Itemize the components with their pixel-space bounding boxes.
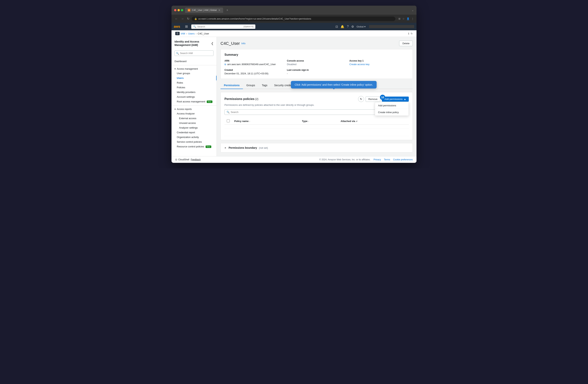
sidebar-item-root-access[interactable]: Root access management New — [171, 99, 216, 104]
breadcrumb-action-icons: ℹ ↻ — [408, 32, 413, 35]
info-link[interactable]: Info — [241, 42, 246, 45]
maximize-button[interactable] — [181, 9, 183, 11]
sidebar-item-rcp[interactable]: Resource control policies New — [171, 144, 216, 149]
translate-icon: ⊞ — [399, 17, 400, 20]
col-checkbox-header — [225, 118, 232, 125]
access-reports-arrow: ▾ — [174, 108, 176, 111]
tab-close-button[interactable]: ✕ — [218, 9, 220, 12]
last-signin-field: Last console sign-in - — [287, 69, 346, 75]
access-mgmt-label: Access management — [177, 68, 198, 70]
last-signin-label: Last console sign-in — [287, 69, 346, 71]
breadcrumb-users[interactable]: Users — [188, 32, 194, 35]
sidebar-search-icon: 🔍 — [176, 52, 179, 55]
info-icon[interactable]: ℹ — [408, 32, 409, 35]
sidebar-item-external-access[interactable]: External access — [171, 116, 216, 121]
sidebar-section-access-reports: ▾ Access reports Access Analyzer Externa… — [171, 107, 216, 149]
policy-table-body — [225, 125, 409, 136]
browser-toolbar-icons: ⊞ ☆ 👤 ⋮ — [399, 17, 414, 20]
browser-tab[interactable]: A C4C_User | IAM | Global ✕ — [185, 8, 223, 13]
copy-arn-icon[interactable]: ⧉ — [225, 63, 226, 66]
dropdown-item-add-permissions[interactable]: Add permissions — [375, 102, 409, 109]
remove-button[interactable]: Remove — [366, 96, 380, 102]
sidebar-item-scp[interactable]: Service control policies — [171, 139, 216, 144]
sidebar-item-org-activity[interactable]: Organization activity — [171, 135, 216, 139]
feedback-link[interactable]: Feedback — [191, 158, 201, 161]
breadcrumb-sep-2: › — [196, 32, 196, 35]
tab-groups[interactable]: Groups — [243, 82, 258, 89]
main-content: C4C_User Info Delete Summary ARN ⧉ arn:a… — [217, 37, 417, 156]
tab-permissions[interactable]: Permissions — [220, 82, 243, 89]
sidebar-search-input[interactable] — [174, 50, 213, 56]
sidebar-item-identity-providers[interactable]: Identity providers — [171, 90, 216, 95]
empty-cell-6 — [232, 129, 300, 136]
nav-refresh-button[interactable]: ↻ — [186, 16, 190, 21]
url-bar[interactable]: 🔒 us-east-1.console.aws.amazon.com/iam/h… — [192, 17, 395, 21]
refresh-icon[interactable]: ↻ — [411, 32, 413, 35]
step-badge: 10 — [380, 95, 385, 100]
cloudshell-icon: ⊡ — [175, 158, 177, 161]
policy-search-icon: 🔍 — [227, 111, 230, 114]
aws-search-input[interactable] — [197, 25, 243, 28]
close-button[interactable] — [174, 9, 176, 11]
summary-grid: ARN ⧉ arn:aws:iam::808063766349:user/C4C… — [225, 59, 409, 75]
sidebar-item-roles[interactable]: Roles — [171, 80, 216, 85]
sidebar-item-user-groups[interactable]: User groups — [171, 71, 216, 76]
arn-value: arn:aws:iam::808063766349:user/C4C_User — [227, 63, 276, 66]
created-label: Created — [225, 69, 284, 71]
sidebar-section-access-mgmt-label[interactable]: ▾ Access management — [171, 67, 216, 71]
aws-apps-grid[interactable]: ⊞ — [184, 24, 189, 29]
breadcrumb-iam[interactable]: IAM — [181, 32, 185, 35]
cloudshell-button[interactable]: ⊡ CloudShell — [175, 158, 189, 161]
url-text: us-east-1.console.aws.amazon.com/iam/hom… — [198, 18, 311, 20]
col-type-header[interactable]: Type ↕ — [300, 118, 338, 125]
tooltip-overlay: Click 'Add permissions' and then select … — [291, 81, 377, 88]
sidebar-item-account-settings[interactable]: Account settings — [171, 95, 216, 99]
sidebar-item-access-analyzer[interactable]: Access Analyzer — [171, 111, 216, 116]
sidebar-item-analyzer-settings[interactable]: Analyzer settings — [171, 125, 216, 130]
settings-icon[interactable]: ⚙ — [351, 25, 354, 28]
help-icon[interactable]: ? — [347, 25, 349, 28]
privacy-link[interactable]: Privacy — [374, 158, 381, 161]
refresh-button[interactable]: ↻ — [358, 96, 364, 102]
sidebar-item-policies[interactable]: Policies — [171, 85, 216, 90]
select-all-checkbox[interactable] — [227, 119, 230, 122]
cloudshell-label: CloudShell — [178, 158, 189, 161]
sidebar-toggle-btn[interactable]: ☰ — [175, 32, 180, 35]
tab-favicon: A — [188, 9, 190, 12]
notifications-icon[interactable]: 🔔 — [340, 25, 344, 28]
sidebar-section-dashboard: Dashboard — [171, 59, 216, 64]
aws-global-search[interactable]: 🔍 [Option+S] — [191, 24, 255, 29]
cookie-link[interactable]: Cookie preferences — [393, 158, 413, 161]
region-selector[interactable]: Global ▾ — [357, 25, 366, 28]
col-attached-via-header[interactable]: Attached via ↗ — [338, 118, 409, 125]
nav-back-button[interactable]: ← — [174, 16, 179, 21]
breadcrumb-bar: ☰ IAM › Users › C4C_User ℹ ↻ — [171, 30, 417, 37]
sidebar-section-access-reports-label[interactable]: ▾ Access reports — [171, 107, 216, 111]
sidebar-collapse-btn[interactable]: ❮ — [211, 42, 213, 45]
minimize-button[interactable] — [178, 9, 180, 11]
new-tab-button[interactable]: + — [225, 8, 230, 13]
col-policy-name-header[interactable]: Policy name ↕ — [232, 118, 300, 125]
sidebar-item-dashboard[interactable]: Dashboard — [171, 59, 216, 64]
empty-cell-5 — [225, 129, 232, 136]
nav-forward-button[interactable]: → — [180, 16, 185, 21]
created-value: December 01, 2024, 18:11 (UTC+03:00) — [225, 72, 268, 75]
sidebar-item-users[interactable]: Users — [171, 76, 216, 80]
create-access-key-link[interactable]: Create access key — [349, 63, 370, 66]
sidebar-item-unused-access[interactable]: Unused access — [171, 121, 216, 125]
access-mgmt-arrow: ▾ — [174, 68, 176, 70]
dropdown-item-create-inline-policy[interactable]: Create inline policy — [375, 109, 409, 115]
terms-link[interactable]: Terms — [384, 158, 390, 161]
empty-cell-3 — [300, 125, 338, 129]
policy-search-input[interactable] — [231, 111, 377, 114]
sidebar-item-credential-report[interactable]: Credential report — [171, 130, 216, 135]
access-reports-label: Access reports — [177, 108, 192, 111]
empty-cell-2 — [232, 125, 300, 129]
footer-left: ⊡ CloudShell Feedback — [175, 158, 201, 161]
tab-tags[interactable]: Tags — [258, 82, 271, 89]
delete-button[interactable]: Delete — [399, 41, 413, 46]
permissions-boundary-card[interactable]: ► Permissions boundary (not set) — [220, 143, 413, 153]
add-permissions-button[interactable]: Add permissions ▲ — [382, 96, 409, 102]
console-access-label: Console access — [287, 59, 346, 62]
cloudwatch-icon[interactable]: ⊡ — [336, 25, 338, 28]
